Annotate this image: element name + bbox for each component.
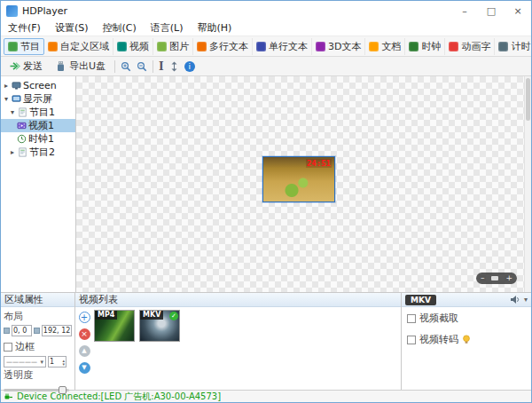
program-icon <box>18 107 27 117</box>
border-checkbox[interactable] <box>4 343 12 352</box>
info-icon[interactable]: i <box>184 61 195 72</box>
animated-text-tab-icon <box>449 42 458 51</box>
format-badge: MKV <box>140 311 163 320</box>
format-badge: MP4 <box>95 311 117 320</box>
titlebar: HDPlayer – □ × <box>1 1 531 20</box>
tab-label: 单行文本 <box>269 40 308 53</box>
video-thumbnail-mkv[interactable]: MKV ✓ <box>139 310 180 342</box>
video-list-panel: 视频列表 + × ▲ ▼ MP4 MKV ✓ <box>75 293 402 390</box>
layout-coordinates-row <box>4 325 72 336</box>
statusbar: Device Connected:[LED 广告机:A30-00-A4573] <box>1 390 531 402</box>
zoom-in-icon[interactable] <box>121 61 131 72</box>
move-vertical-icon[interactable] <box>169 61 179 72</box>
region-panel-title: 区域属性 <box>4 293 43 306</box>
scrollbar-thumb[interactable] <box>526 78 530 121</box>
export-usb-button[interactable]: 导出U盘 <box>51 59 109 74</box>
custom-area-tab-icon <box>48 42 58 51</box>
move-up-button[interactable]: ▲ <box>79 345 90 357</box>
usb-icon <box>55 60 66 72</box>
video-transcode-option[interactable]: 视频转码 <box>407 333 526 346</box>
minimize-button[interactable]: – <box>451 1 478 20</box>
canvas-vertical-scrollbar[interactable] <box>524 76 531 292</box>
tab-label: 3D文本 <box>328 40 361 53</box>
delete-video-button[interactable]: × <box>79 328 90 340</box>
size-input[interactable] <box>42 325 72 336</box>
tab-label: 节目 <box>20 40 40 53</box>
border-style-row: ————— ▾ 1 ▴▾ <box>4 356 72 367</box>
tab-singleline-text[interactable]: 单行文本 <box>253 38 312 55</box>
expand-arrow-icon[interactable]: ▸ <box>9 148 16 156</box>
bulb-icon <box>462 335 471 344</box>
expand-arrow-icon[interactable]: ▾ <box>9 108 16 116</box>
video-thumbnail-mp4[interactable]: MP4 <box>94 310 135 342</box>
opacity-slider[interactable] <box>4 385 69 395</box>
video-list-body: + × ▲ ▼ MP4 MKV ✓ <box>75 307 401 390</box>
add-video-button[interactable]: + <box>79 312 90 323</box>
tab-custom-area[interactable]: 自定义区域 <box>44 38 113 55</box>
tab-label: 自定义区域 <box>60 40 109 53</box>
spinner-arrows-icon[interactable]: ▴▾ <box>62 359 65 366</box>
tab-multiline-text[interactable]: 多行文本 <box>193 38 253 55</box>
expand-arrow-icon[interactable]: ▸ <box>3 82 10 90</box>
tab-clock[interactable]: 时钟 <box>405 38 445 55</box>
video-list-title: 视频列表 <box>79 293 118 306</box>
canvas-zoom-out-button[interactable]: – <box>481 274 485 282</box>
toolbar-separator <box>153 60 153 73</box>
tree-item-label: 时钟1 <box>28 132 54 146</box>
minimize-icon: – <box>462 5 467 17</box>
border-option-row[interactable]: 边框 <box>4 340 72 353</box>
menu-settings[interactable]: 设置(S) <box>48 21 96 35</box>
video-list-header: 视频列表 <box>75 293 401 307</box>
text-cursor-icon[interactable]: I <box>159 60 164 73</box>
position-input[interactable] <box>12 325 32 336</box>
opacity-slider-handle[interactable] <box>59 386 66 394</box>
video-thumbnails: MP4 MKV ✓ <box>94 310 180 387</box>
content-tabbar: 节目 自定义区域 视频 图片 多行文本 单行文本 3D文本 文档 <box>1 36 531 57</box>
tree-item-label: 视频1 <box>28 119 54 132</box>
close-button[interactable]: × <box>505 1 531 20</box>
tab-label: 动画字 <box>461 40 490 53</box>
tab-video[interactable]: 视频 <box>113 38 153 55</box>
tab-timer[interactable]: 计时 <box>495 38 532 55</box>
tree-item-video1[interactable]: 视频1 <box>1 119 75 132</box>
tree-item-screen[interactable]: ▸ Screen <box>1 79 75 92</box>
expand-arrow-icon[interactable]: ▾ <box>3 95 10 103</box>
border-style-select[interactable]: ————— ▾ <box>4 356 46 367</box>
size-icon <box>34 328 40 334</box>
zoom-out-icon[interactable] <box>137 61 147 72</box>
tab-document[interactable]: 文档 <box>365 38 405 55</box>
menu-help[interactable]: 帮助(H) <box>190 21 239 35</box>
region-panel-header: 区域属性 <box>1 293 74 307</box>
send-button[interactable]: 发送 <box>5 59 46 74</box>
menu-control[interactable]: 控制(C) <box>96 21 144 35</box>
image-tab-icon <box>157 42 167 51</box>
volume-icon[interactable] <box>510 295 520 304</box>
action-toolbar: 发送 导出U盘 I i <box>1 57 531 76</box>
canvas-zoom-in-button[interactable]: + <box>505 274 512 282</box>
tree-item-program2[interactable]: ▸ 节目2 <box>1 146 75 159</box>
canvas-zoom-slider-thumb[interactable] <box>491 276 498 281</box>
tree-item-display[interactable]: ▾ 显示屏 <box>1 92 75 106</box>
maximize-button[interactable]: □ <box>478 1 505 20</box>
tab-animated-text[interactable]: 动画字 <box>445 38 495 55</box>
tree-item-clock1[interactable]: 时钟1 <box>1 132 75 146</box>
tree-item-label: Screen <box>23 80 57 91</box>
tab-program[interactable]: 节目 <box>4 38 44 55</box>
tab-3d-text[interactable]: 3D文本 <box>312 38 365 55</box>
tree-item-program1[interactable]: ▾ 节目1 <box>1 106 75 119</box>
position-icon <box>4 328 10 334</box>
menu-file[interactable]: 文件(F) <box>1 21 48 35</box>
tab-image[interactable]: 图片 <box>153 38 193 55</box>
video-crop-option[interactable]: 视频截取 <box>407 312 526 325</box>
video-crop-checkbox[interactable] <box>407 314 416 323</box>
video-region-preview[interactable]: 24:51 <box>262 156 335 202</box>
move-down-button[interactable]: ▼ <box>79 362 90 374</box>
border-label: 边框 <box>15 340 35 353</box>
region-properties-panel: 区域属性 布局 边框 ————— ▾ <box>1 293 75 390</box>
chevron-down-icon[interactable]: ▾ <box>524 296 528 304</box>
video-transcode-checkbox[interactable] <box>407 336 416 344</box>
border-width-spinner[interactable]: 1 ▴▾ <box>48 356 66 367</box>
video-detail-panel: MKV ▾ 视频截取 视频转码 <box>402 293 531 390</box>
menu-language[interactable]: 语言(L) <box>144 21 191 35</box>
layout-canvas[interactable]: 24:51 – + <box>76 76 531 292</box>
